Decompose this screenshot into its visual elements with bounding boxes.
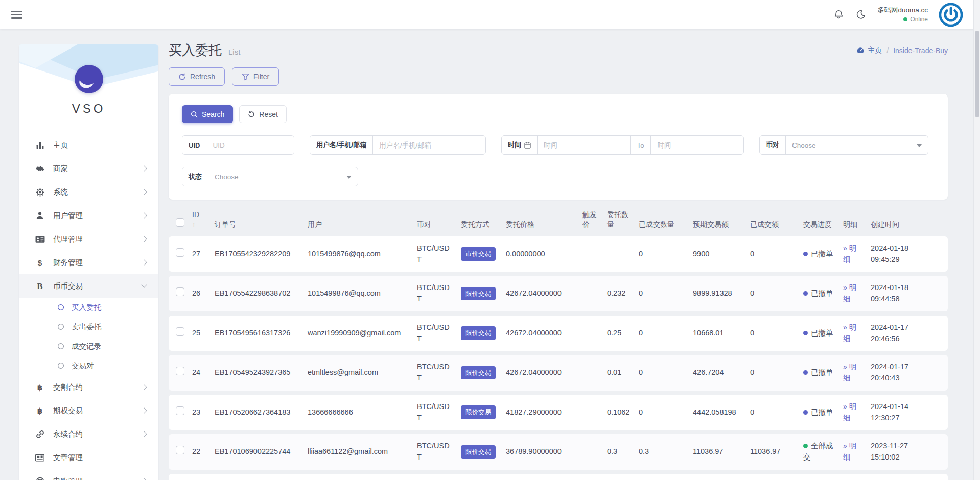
toolbar: Refresh Filter xyxy=(169,67,948,86)
vertical-scrollbar[interactable] xyxy=(973,0,980,480)
column-header-id[interactable]: ID ↑ xyxy=(188,207,211,232)
status-text: 已撤单 xyxy=(811,250,833,258)
detail-link[interactable]: » 明细 xyxy=(843,283,856,303)
row-checkbox[interactable] xyxy=(176,287,184,296)
cell-filled: 0 xyxy=(635,236,689,272)
cell-pair: BTC/USDT xyxy=(413,395,457,430)
sidebar-item-icon xyxy=(34,235,45,243)
row-checkbox[interactable] xyxy=(176,248,184,257)
brand-text: VSO xyxy=(19,102,158,116)
double-chevron-icon: » xyxy=(843,323,847,331)
column-header-expected: 预期交易额 xyxy=(689,207,746,232)
column-header-amount: 委托数量 xyxy=(603,207,635,232)
sidebar-item-icon: B xyxy=(34,282,45,291)
cell-price: 36789.90000000 xyxy=(502,434,578,470)
sidebar-item-label: 商家 xyxy=(53,164,142,174)
sidebar-item[interactable]: ฿ 交割合约 xyxy=(19,375,158,399)
sidebar-item[interactable]: 商家 xyxy=(19,157,158,180)
cell-detail: » 明细 xyxy=(839,276,867,311)
account-info[interactable]: 多码网duoma.cc Online xyxy=(877,6,928,23)
status-select[interactable]: Choose xyxy=(208,167,358,186)
brand-logo[interactable] xyxy=(75,65,103,93)
status-dot xyxy=(803,410,808,415)
sidebar-item[interactable]: $ 财务管理 xyxy=(19,251,158,274)
created-time: 09:45:29 xyxy=(871,254,944,266)
dark-mode-toggle-moon-icon[interactable] xyxy=(855,9,866,20)
chevron-icon xyxy=(141,259,147,265)
orders-table: ID ↑ 订单号 用户 币对 委托方式 委托价格 触发价 委托数量 已成交数量 … xyxy=(169,203,948,480)
breadcrumb-home-link[interactable]: 主页 xyxy=(856,46,882,55)
row-checkbox[interactable] xyxy=(176,406,184,415)
cell-pair: BTC/USDT xyxy=(413,434,457,470)
filter-button[interactable]: Filter xyxy=(232,67,279,86)
detail-link[interactable]: » 明细 xyxy=(843,244,856,263)
row-checkbox[interactable] xyxy=(176,367,184,375)
sidebar-item-icon xyxy=(34,165,45,173)
sidebar-item[interactable]: 主页 xyxy=(19,133,158,157)
sidebar-item[interactable]: 用户管理 xyxy=(19,204,158,227)
menu-toggle-button[interactable] xyxy=(11,11,22,19)
cell-id: 23 xyxy=(188,395,211,430)
uid-input[interactable] xyxy=(206,136,294,154)
cell-pair: BTC/USDT xyxy=(413,355,457,391)
time-to-input[interactable] xyxy=(651,136,743,154)
detail-link[interactable]: » 明细 xyxy=(843,402,856,422)
refresh-button-label: Refresh xyxy=(190,73,215,81)
sidebar-item[interactable]: 交易对 xyxy=(19,356,158,375)
time-to-separator: To xyxy=(630,136,651,154)
cell-filled: 0 xyxy=(635,276,689,311)
sidebar-item[interactable]: 成交记录 xyxy=(19,337,158,356)
sidebar-item-icon xyxy=(34,211,45,220)
created-time: 12:30:27 xyxy=(871,413,944,424)
select-all-checkbox[interactable] xyxy=(176,218,184,227)
cell-user: 1015499876@qq.com xyxy=(304,236,413,272)
double-chevron-icon: » xyxy=(843,283,847,292)
cell-progress: 已撤单 xyxy=(799,395,839,430)
detail-link[interactable]: » 明细 xyxy=(843,323,856,343)
cell-order-no: EB1705542329282209 xyxy=(211,236,304,272)
user-avatar-power-logo[interactable] xyxy=(939,3,963,27)
status-dot xyxy=(803,252,808,256)
search-button[interactable]: Search xyxy=(182,105,233,123)
column-header-created: 创建时间 xyxy=(867,207,948,232)
column-header-trigger: 触发价 xyxy=(578,207,603,232)
cell-order-no: EB1701069002225744 xyxy=(211,434,304,470)
pair-select[interactable]: Choose xyxy=(786,136,928,154)
scrollbar-thumb[interactable] xyxy=(975,31,979,117)
sidebar-item-label: 币币交易 xyxy=(53,281,142,291)
user-input[interactable] xyxy=(373,136,485,154)
row-checkbox[interactable] xyxy=(176,446,184,454)
reset-button[interactable]: Reset xyxy=(239,105,287,123)
cell-created: 2024-01-17 20:40:43 xyxy=(867,355,948,391)
created-date: 2024-01-17 xyxy=(871,322,944,333)
sidebar-item[interactable]: 代理管理 xyxy=(19,227,158,251)
sidebar-item[interactable]: 文章管理 xyxy=(19,446,158,469)
pair-field-group: 币对 Choose xyxy=(759,135,928,155)
status-dot xyxy=(803,370,808,375)
notifications-bell-icon[interactable] xyxy=(833,9,844,20)
uid-field-group: UID xyxy=(182,135,294,155)
time-from-input[interactable] xyxy=(538,136,630,154)
refresh-button[interactable]: Refresh xyxy=(169,67,225,86)
detail-link[interactable]: » 明细 xyxy=(843,363,856,382)
cell-type: 限价交易 xyxy=(457,276,502,311)
detail-link[interactable]: » 明细 xyxy=(843,442,856,461)
cell-detail: » 明细 xyxy=(839,474,867,480)
cell-id: 25 xyxy=(188,316,211,351)
sidebar-item[interactable]: B 币币交易 xyxy=(19,274,158,298)
sidebar-item[interactable]: 买入委托 xyxy=(19,298,158,317)
row-checkbox[interactable] xyxy=(176,327,184,336)
sidebar-item[interactable]: 申购管理 xyxy=(19,469,158,480)
sidebar-item[interactable]: 系统 xyxy=(19,180,158,204)
sidebar-item[interactable]: 卖出委托 xyxy=(19,317,158,337)
sidebar-item[interactable]: ฿ 期权交易 xyxy=(19,399,158,422)
chevron-icon xyxy=(141,165,147,171)
sidebar-item-icon xyxy=(34,188,45,197)
cell-type: 限价交易 xyxy=(457,395,502,430)
sidebar-item[interactable]: 永续合约 xyxy=(19,422,158,446)
filter-funnel-icon xyxy=(242,73,249,81)
cell-filled-amount: 0 xyxy=(746,355,799,391)
cell-amount xyxy=(603,474,635,480)
cell-price: 42672.04000000 xyxy=(502,276,578,311)
cell-detail: » 明细 xyxy=(839,316,867,351)
